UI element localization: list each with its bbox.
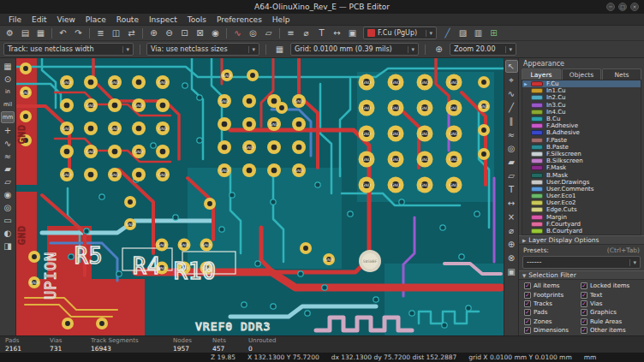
units-mil-button[interactable]: mil [1,98,15,110]
route-diffpair-tool-button[interactable]: ∥ [505,115,518,128]
layer-color-swatch[interactable] [531,95,543,100]
layer-row-b-cu[interactable]: B.Cu [522,116,641,122]
layer-color-swatch[interactable] [531,116,543,122]
checkbox-icon[interactable]: ✓ [581,292,587,299]
route-track-tool-button[interactable]: ╱ [505,101,518,114]
checkbox-icon[interactable]: ✓ [581,309,587,316]
checkbox-icon[interactable]: ✓ [581,300,587,307]
layer-color-swatch[interactable] [531,187,543,192]
layer-color-swatch[interactable] [531,200,543,205]
filter-vias[interactable]: ✓Vias [581,300,642,308]
plot-button[interactable]: ◫ [109,27,123,39]
filter-all-items[interactable]: ✓All items [524,282,581,290]
checkbox-icon[interactable]: ✓ [581,282,587,289]
menu-file[interactable]: File [3,14,27,26]
checkbox-icon[interactable]: ✓ [581,327,587,334]
layer-color-swatch[interactable] [531,81,543,86]
zoom-selection-button[interactable]: ⊠ [193,27,207,39]
filter-footprints[interactable]: ✓Footprints [524,291,581,300]
menu-tools[interactable]: Tools [182,14,212,26]
minimize-button[interactable]: ─ [606,3,615,11]
measure-tool-button[interactable]: ⌀ [505,224,518,237]
ratsnest-button[interactable]: ∿ [1,137,15,149]
drc-button[interactable]: ⌀ [299,27,313,39]
footprint-editor-button[interactable]: ≡ [283,27,298,39]
units-inch-button[interactable]: in [1,86,15,98]
layer-row-margin[interactable]: Margin [522,214,641,221]
zone-outline-mode-button[interactable]: ▱ [1,175,15,187]
layer-color-swatch[interactable] [531,103,543,108]
filter-graphics[interactable]: ✓Graphics [581,308,642,317]
menu-inspect[interactable]: Inspect [144,14,182,26]
polar-coords-button[interactable]: ⊙ [1,73,15,85]
appearance-manager-button[interactable]: ◨ [1,240,15,252]
layer-row-user-eco1[interactable]: User.Eco1 [522,193,641,199]
tracks-outline-button[interactable]: ▭ [1,214,15,226]
curved-ratsnest-button[interactable]: ≈ [1,150,15,162]
layer-color-swatch[interactable] [531,145,543,150]
high-contrast-button[interactable]: ◐ [1,227,15,239]
scripting-console-button[interactable]: ▥ [471,27,486,39]
via-size-icon[interactable]: ◎ [246,27,260,39]
layer-color-swatch[interactable] [531,151,543,157]
keepout-tool-button[interactable]: ▱ [505,169,518,182]
layer-color-swatch[interactable] [531,138,543,143]
track-width-icon[interactable]: ∿ [230,27,245,39]
open-board-button[interactable]: ▤ [18,27,33,39]
layer-row-in2-cu[interactable]: In2.Cu [522,94,641,101]
layer-row-in3-cu[interactable]: In3.Cu [522,102,641,109]
checkbox-icon[interactable]: ✓ [524,327,531,334]
checkbox-icon[interactable]: ✓ [524,292,531,299]
zoom-out-button[interactable]: ⊖ [162,27,176,39]
via-tool-button[interactable]: ◎ [505,142,518,155]
filter-zones[interactable]: ✓Zones [524,317,581,326]
filter-other-items[interactable]: ✓Other items [581,326,642,335]
delete-tool-button[interactable]: × [505,211,518,223]
save-board-button[interactable]: ▦ [33,27,48,39]
selection-filter-header[interactable]: ▼ Selection Filter [519,270,644,280]
via-size-selector[interactable]: Via: use netclass sizes ▾ [146,43,259,56]
checkbox-icon[interactable]: ✓ [581,318,587,325]
local-ratsnest-button[interactable]: ∿ [505,87,518,100]
checkbox-icon[interactable]: ✓ [524,282,531,289]
layer-row-user-eco2[interactable]: User.Eco2 [522,199,641,206]
layer-color-swatch[interactable] [531,165,543,170]
tune-track-tool-button[interactable]: ≈ [505,128,518,141]
grid-visibility-button[interactable]: ▦ [1,60,15,72]
layer-row-f-cu[interactable]: ▶F.Cu [522,80,641,87]
menu-help[interactable]: Help [267,14,295,26]
pcb-canvas[interactable]: GNDGNDGNDGNDGNDGNDGNDGNDGNDGNDGNDGNDGNDG… [16,58,504,335]
tab-layers[interactable]: Layers [522,68,561,80]
filter-tracks[interactable]: ✓Tracks [524,300,581,308]
redo-button[interactable]: ↷ [71,27,86,39]
layer-display-options-header[interactable]: ▶ Layer Display Options [519,235,644,245]
grid-selector[interactable]: Grid: 0.0100 mm (0.39 mils) ▾ [290,43,419,56]
zone-tool-button[interactable]: ▰ [505,156,518,169]
layer-color-swatch[interactable] [531,207,543,212]
zoom-fit-button[interactable]: ⊡ [177,27,192,39]
checkbox-icon[interactable]: ✓ [524,309,531,316]
filter-dimensions[interactable]: ✓Dimensions [524,326,581,335]
filter-rule-areas[interactable]: ✓Rule Areas [581,317,642,326]
group-tool-button[interactable]: ▣ [505,265,518,278]
tab-objects[interactable]: Objects [562,68,601,80]
zone-fill-mode-button[interactable]: ▰ [1,163,15,175]
layer-color-swatch[interactable] [531,215,543,220]
layer-row-f-courtyard[interactable]: F.Courtyard [522,221,641,228]
layer-row-in4-cu[interactable]: In4.Cu [522,109,641,116]
highlight-net-tool-button[interactable]: ⌖ [505,74,518,86]
board-setup-button[interactable]: ⚙ [3,27,17,39]
layer-row-b-mask[interactable]: B.Mask [522,171,641,178]
layer-row-f-paste[interactable]: F.Paste [522,137,641,144]
refresh-button[interactable]: ⇄ [124,27,139,39]
layer-color-swatch[interactable] [531,123,543,128]
menu-preferences[interactable]: Preferences [212,14,267,26]
layer-row-b-courtyard[interactable]: B.Courtyard [522,228,641,234]
layer-color-swatch[interactable] [531,88,543,93]
pads-outline-button[interactable]: ◉ [1,188,15,200]
layer-row-user-comments[interactable]: User.Comments [522,186,641,193]
dimension-tool-button[interactable]: ↔ [505,197,518,210]
undo-button[interactable]: ↶ [56,27,70,39]
filter-pads[interactable]: ✓Pads [524,308,581,317]
layer-color-swatch[interactable] [531,130,543,135]
